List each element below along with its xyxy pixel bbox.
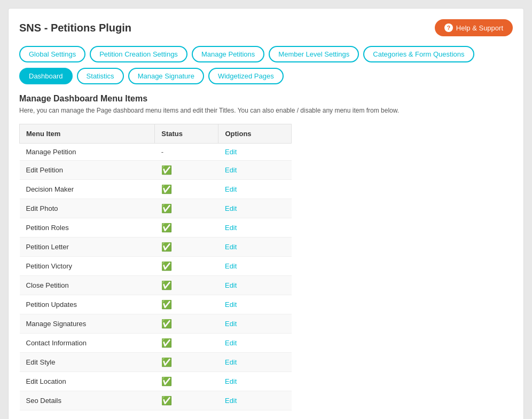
options-cell: Edit — [218, 334, 292, 353]
edit-link[interactable]: Edit — [225, 301, 237, 309]
table-row: Close Petition✅Edit — [20, 276, 292, 295]
edit-link[interactable]: Edit — [225, 358, 237, 366]
options-cell: Edit — [218, 144, 292, 161]
check-icon: ✅ — [161, 377, 172, 386]
table-row: Edit Photo✅Edit — [20, 199, 292, 218]
options-cell: Edit — [218, 199, 292, 218]
help-support-button[interactable]: ? Help & Support — [435, 19, 513, 36]
edit-link[interactable]: Edit — [225, 204, 237, 212]
check-icon: ✅ — [161, 338, 172, 347]
menu-item-cell: Seo Details — [20, 391, 155, 410]
check-icon: ✅ — [161, 262, 172, 271]
nav-row-2: DashboardStatisticsManage SignatureWidge… — [19, 68, 513, 84]
edit-link[interactable]: Edit — [225, 281, 237, 289]
check-icon: ✅ — [161, 204, 172, 213]
page-wrapper: SNS - Petitions Plugin ? Help & Support … — [8, 8, 524, 419]
check-icon: ✅ — [161, 396, 172, 405]
nav-btn-statistics[interactable]: Statistics — [77, 68, 124, 84]
status-cell: ✅ — [155, 161, 218, 180]
status-cell: ✅ — [155, 314, 218, 334]
check-icon: ✅ — [161, 242, 172, 251]
menu-item-cell: Contact Information — [20, 334, 155, 353]
table-header: Menu ItemStatusOptions — [20, 124, 292, 144]
menu-item-cell: Petition Roles — [20, 218, 155, 238]
table-row: Edit Petition✅Edit — [20, 161, 292, 180]
status-cell: ✅ — [155, 372, 218, 391]
status-cell: ✅ — [155, 276, 218, 295]
help-support-label: Help & Support — [456, 24, 503, 32]
check-icon: ✅ — [161, 358, 172, 367]
nav-btn-member-level-settings[interactable]: Member Level Settings — [269, 46, 359, 62]
table-row: Petition Victory✅Edit — [20, 257, 292, 276]
table-row: Contact Information✅Edit — [20, 334, 292, 353]
edit-link[interactable]: Edit — [225, 224, 237, 232]
header: SNS - Petitions Plugin ? Help & Support — [19, 19, 513, 36]
status-cell: ✅ — [155, 218, 218, 238]
table-row: Seo Details✅Edit — [20, 391, 292, 410]
nav-btn-petition-creation-settings[interactable]: Petition Creation Settings — [90, 46, 187, 62]
menu-item-cell: Petition Letter — [20, 238, 155, 257]
edit-link[interactable]: Edit — [225, 148, 237, 156]
edit-link[interactable]: Edit — [225, 166, 237, 174]
table-row: Decision Maker✅Edit — [20, 180, 292, 199]
check-icon: ✅ — [161, 223, 172, 232]
table-row: Petition Updates✅Edit — [20, 295, 292, 314]
menu-item-cell: Edit Style — [20, 353, 155, 372]
menu-item-cell: Petition Victory — [20, 257, 155, 276]
table-row: Edit Location✅Edit — [20, 372, 292, 391]
dash-icon: - — [161, 148, 163, 156]
nav-btn-dashboard[interactable]: Dashboard — [19, 68, 73, 84]
edit-link[interactable]: Edit — [225, 377, 237, 385]
check-icon: ✅ — [161, 281, 172, 290]
options-cell: Edit — [218, 314, 292, 334]
options-cell: Edit — [218, 276, 292, 295]
help-icon: ? — [444, 23, 453, 32]
edit-link[interactable]: Edit — [225, 397, 237, 405]
edit-link[interactable]: Edit — [225, 339, 237, 347]
status-col: Status — [155, 124, 218, 144]
section-title: Manage Dashboard Menu Items — [19, 94, 513, 104]
check-icon: ✅ — [161, 319, 172, 328]
table-row: Petition Letter✅Edit — [20, 238, 292, 257]
nav-btn-widgetized-pages[interactable]: Widgetized Pages — [208, 68, 284, 84]
options-cell: Edit — [218, 180, 292, 199]
status-cell: ✅ — [155, 334, 218, 353]
nav-btn-categories-form-questions[interactable]: Categories & Form Questions — [363, 46, 474, 62]
nav-btn-manage-signature[interactable]: Manage Signature — [128, 68, 204, 84]
menu-item-col: Menu Item — [20, 124, 155, 144]
status-cell: ✅ — [155, 353, 218, 372]
nav-btn-manage-petitions[interactable]: Manage Petitions — [192, 46, 264, 62]
edit-link[interactable]: Edit — [225, 262, 237, 270]
status-cell: ✅ — [155, 295, 218, 314]
menu-item-cell: Edit Location — [20, 372, 155, 391]
table-body: Manage Petition-EditEdit Petition✅EditDe… — [20, 144, 292, 410]
table-row: Petition Roles✅Edit — [20, 218, 292, 238]
check-icon: ✅ — [161, 300, 172, 309]
nav-btn-global-settings[interactable]: Global Settings — [19, 46, 85, 62]
options-cell: Edit — [218, 391, 292, 410]
options-cell: Edit — [218, 257, 292, 276]
status-cell: ✅ — [155, 391, 218, 410]
table-row: Edit Style✅Edit — [20, 353, 292, 372]
status-cell: - — [155, 144, 218, 161]
nav-row-1: Global SettingsPetition Creation Setting… — [19, 46, 513, 62]
app-title: SNS - Petitions Plugin — [19, 22, 131, 34]
edit-link[interactable]: Edit — [225, 185, 237, 193]
edit-link[interactable]: Edit — [225, 243, 237, 251]
menu-item-cell: Decision Maker — [20, 180, 155, 199]
check-icon: ✅ — [161, 185, 172, 194]
menu-item-cell: Edit Petition — [20, 161, 155, 180]
check-icon: ✅ — [161, 165, 172, 175]
menu-item-cell: Close Petition — [20, 276, 155, 295]
table-row: Manage Signatures✅Edit — [20, 314, 292, 334]
edit-link[interactable]: Edit — [225, 320, 237, 328]
status-cell: ✅ — [155, 199, 218, 218]
options-col: Options — [218, 124, 292, 144]
table-row: Manage Petition-Edit — [20, 144, 292, 161]
status-cell: ✅ — [155, 238, 218, 257]
options-cell: Edit — [218, 161, 292, 180]
menu-items-table: Menu ItemStatusOptions Manage Petition-E… — [19, 124, 292, 410]
options-cell: Edit — [218, 238, 292, 257]
options-cell: Edit — [218, 218, 292, 238]
menu-item-cell: Manage Signatures — [20, 314, 155, 334]
